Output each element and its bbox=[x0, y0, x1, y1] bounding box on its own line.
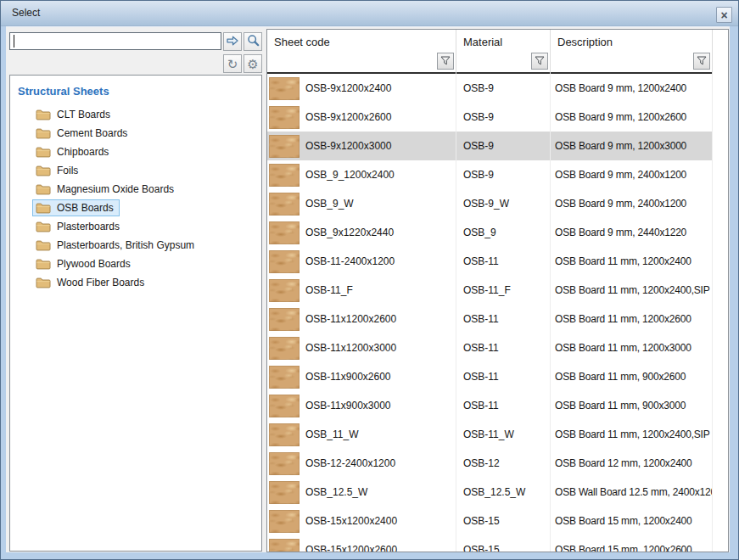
cell-material[interactable]: OSB_12.5_W bbox=[456, 478, 551, 507]
cell-sheet-code[interactable]: OSB-11_F bbox=[267, 276, 456, 305]
cell-material[interactable]: OSB-11 bbox=[456, 247, 551, 276]
cell-sheet-code[interactable]: OSB_9_1200x2400 bbox=[267, 160, 456, 189]
tree-item-inner[interactable]: Chipboards bbox=[32, 143, 115, 160]
table-row[interactable]: OSB_11_WOSB-11_WOSB Board 11 mm, 1200x24… bbox=[267, 420, 713, 449]
column-header-sheet-code[interactable]: Sheet code bbox=[267, 30, 456, 74]
tree-item-foils[interactable]: Foils bbox=[10, 161, 261, 180]
cell-sheet-code[interactable]: OSB_9x1220x2440 bbox=[267, 218, 456, 247]
cell-description[interactable]: OSB Board 9 mm, 2440x1220 bbox=[551, 218, 713, 247]
cell-material[interactable]: OSB-9 bbox=[456, 103, 551, 132]
cell-material[interactable]: OSB-9 bbox=[456, 132, 551, 160]
cell-sheet-code[interactable]: OSB-11x1200x3000 bbox=[267, 333, 456, 362]
filter-box-description[interactable] bbox=[551, 53, 712, 74]
cell-sheet-code[interactable]: OSB-12-2400x1200 bbox=[267, 449, 456, 478]
cell-material[interactable]: OSB-15 bbox=[456, 507, 551, 535]
cell-description[interactable]: OSB Board 11 mm, 900x3000 bbox=[551, 391, 713, 420]
table-row[interactable]: OSB-11x900x3000OSB-11OSB Board 11 mm, 90… bbox=[267, 391, 713, 420]
cell-material[interactable]: OSB-11 bbox=[456, 333, 551, 362]
cell-material[interactable]: OSB-11 bbox=[456, 391, 551, 420]
cell-description[interactable]: OSB Board 9 mm, 1200x3000 bbox=[551, 132, 713, 160]
cell-description[interactable]: OSB Wall Board 12.5 mm, 2400x1200 bbox=[551, 478, 713, 507]
close-button[interactable]: × bbox=[716, 7, 732, 23]
cell-sheet-code[interactable]: OSB-11x1200x2600 bbox=[267, 305, 456, 333]
filter-box-material[interactable] bbox=[456, 53, 550, 74]
cell-sheet-code[interactable]: OSB-15x1200x2600 bbox=[267, 535, 456, 552]
cell-description[interactable]: OSB Board 12 mm, 1200x2400 bbox=[551, 449, 713, 478]
cell-description[interactable]: OSB Board 9 mm, 2400x1200 bbox=[551, 189, 713, 218]
cell-sheet-code[interactable]: OSB-11-2400x1200 bbox=[267, 247, 456, 276]
table-row[interactable]: OSB_12.5_WOSB_12.5_WOSB Wall Board 12.5 … bbox=[267, 478, 713, 507]
cell-material[interactable]: OSB-9_W bbox=[456, 189, 551, 218]
cell-description[interactable]: OSB Board 11 mm, 1200x2400 bbox=[551, 247, 713, 276]
cell-material[interactable]: OSB-9 bbox=[456, 74, 551, 103]
table-row[interactable]: OSB-11_FOSB-11_FOSB Board 11 mm, 1200x24… bbox=[267, 276, 713, 305]
column-header-material[interactable]: Material bbox=[456, 30, 551, 74]
tree-item-inner[interactable]: Magnesium Oxide Boards bbox=[32, 181, 180, 198]
tree-item-inner[interactable]: Plywood Boards bbox=[32, 255, 137, 272]
cell-sheet-code[interactable]: OSB_12.5_W bbox=[267, 478, 456, 507]
tree-item-inner[interactable]: Wood Fiber Boards bbox=[32, 274, 150, 291]
go-button[interactable] bbox=[223, 32, 242, 51]
table-row[interactable]: OSB-12-2400x1200OSB-12OSB Board 12 mm, 1… bbox=[267, 449, 713, 478]
table-row[interactable]: OSB-11x900x2600OSB-11OSB Board 11 mm, 90… bbox=[267, 362, 713, 391]
cell-material[interactable]: OSB-11 bbox=[456, 305, 551, 333]
cell-sheet-code[interactable]: OSB_11_W bbox=[267, 420, 456, 449]
settings-button[interactable]: ⚙ bbox=[244, 54, 262, 73]
cell-sheet-code[interactable]: OSB-11x900x2600 bbox=[267, 362, 456, 391]
cell-description[interactable]: OSB Board 11 mm, 1200x3000 bbox=[551, 333, 713, 362]
tree-item-inner[interactable]: Plasterboards bbox=[32, 218, 126, 235]
cell-sheet-code[interactable]: OSB-9x1200x3000 bbox=[267, 132, 456, 160]
cell-description[interactable]: OSB Board 11 mm, 1200x2600 bbox=[551, 305, 713, 333]
tree-item-inner[interactable]: Foils bbox=[32, 162, 84, 179]
cell-description[interactable]: OSB Board 11 mm, 900x2600 bbox=[551, 362, 713, 391]
tree-item-chipboards[interactable]: Chipboards bbox=[10, 143, 261, 161]
table-row[interactable]: OSB-9x1200x2600OSB-9OSB Board 9 mm, 1200… bbox=[267, 103, 713, 132]
table-row[interactable]: OSB_9_1200x2400OSB-9OSB Board 9 mm, 2400… bbox=[267, 160, 713, 189]
cell-sheet-code[interactable]: OSB-9x1200x2400 bbox=[267, 74, 456, 103]
cell-material[interactable]: OSB_9 bbox=[456, 218, 551, 247]
cell-material[interactable]: OSB-11_F bbox=[456, 276, 551, 305]
tree-item-inner[interactable]: Cement Boards bbox=[32, 125, 133, 142]
cell-material[interactable]: OSB-11 bbox=[456, 362, 551, 391]
refresh-button[interactable]: ↻ bbox=[223, 54, 242, 73]
table-row[interactable]: OSB-15x1200x2600OSB-15OSB Board 15 mm, 1… bbox=[267, 535, 713, 552]
tree-item-magnesium-oxide-boards[interactable]: Magnesium Oxide Boards bbox=[10, 180, 261, 199]
cell-sheet-code[interactable]: OSB-15x1200x2400 bbox=[267, 507, 456, 535]
search-input[interactable] bbox=[9, 32, 221, 50]
table-row[interactable]: OSB_9_WOSB-9_WOSB Board 9 mm, 2400x1200 bbox=[267, 189, 713, 218]
tree-item-cement-boards[interactable]: Cement Boards bbox=[10, 124, 261, 143]
table-row[interactable]: OSB-9x1200x3000OSB-9OSB Board 9 mm, 1200… bbox=[267, 132, 713, 160]
cell-description[interactable]: OSB Board 11 mm, 1200x2400,SIP bbox=[551, 420, 713, 449]
titlebar[interactable]: Select × bbox=[1, 1, 738, 26]
filter-box-sheet-code[interactable] bbox=[267, 53, 456, 74]
table-row[interactable]: OSB-11x1200x2600OSB-11OSB Board 11 mm, 1… bbox=[267, 305, 713, 333]
cell-description[interactable]: OSB Board 9 mm, 1200x2600 bbox=[551, 103, 713, 132]
filter-button-sheet-code[interactable] bbox=[437, 53, 454, 70]
column-header-description[interactable]: Description bbox=[551, 30, 713, 74]
cell-sheet-code[interactable]: OSB-9x1200x2600 bbox=[267, 103, 456, 132]
table-row[interactable]: OSB-15x1200x2400OSB-15OSB Board 15 mm, 1… bbox=[267, 507, 713, 535]
search-button[interactable] bbox=[244, 32, 262, 51]
table-row[interactable]: OSB-11-2400x1200OSB-11OSB Board 11 mm, 1… bbox=[267, 247, 713, 276]
cell-description[interactable]: OSB Board 9 mm, 2400x1200 bbox=[551, 160, 713, 189]
cell-description[interactable]: OSB Board 9 mm, 1200x2400 bbox=[551, 74, 713, 103]
filter-button-material[interactable] bbox=[531, 53, 548, 70]
cell-description[interactable]: OSB Board 11 mm, 1200x2400,SIP bbox=[551, 276, 713, 305]
tree-item-wood-fiber-boards[interactable]: Wood Fiber Boards bbox=[10, 273, 261, 292]
tree-item-plasterboards[interactable]: Plasterboards bbox=[10, 217, 261, 236]
tree-item-inner[interactable]: CLT Boards bbox=[32, 106, 116, 123]
tree-item-plywood-boards[interactable]: Plywood Boards bbox=[10, 255, 261, 273]
tree-item-clt-boards[interactable]: CLT Boards bbox=[10, 105, 261, 124]
tree-item-inner[interactable]: OSB Boards bbox=[32, 199, 120, 216]
table-row[interactable]: OSB-9x1200x2400OSB-9OSB Board 9 mm, 1200… bbox=[267, 74, 713, 103]
table-row[interactable]: OSB_9x1220x2440OSB_9OSB Board 9 mm, 2440… bbox=[267, 218, 713, 247]
cell-sheet-code[interactable]: OSB-11x900x3000 bbox=[267, 391, 456, 420]
cell-description[interactable]: OSB Board 15 mm, 1200x2600 bbox=[551, 535, 713, 552]
cell-description[interactable]: OSB Board 15 mm, 1200x2400 bbox=[551, 507, 713, 535]
tree-item-inner[interactable]: Plasterboards, British Gypsum bbox=[32, 237, 200, 254]
cell-material[interactable]: OSB-11_W bbox=[456, 420, 551, 449]
cell-sheet-code[interactable]: OSB_9_W bbox=[267, 189, 456, 218]
table-row[interactable]: OSB-11x1200x3000OSB-11OSB Board 11 mm, 1… bbox=[267, 333, 713, 362]
tree-item-plasterboards-british-gypsum[interactable]: Plasterboards, British Gypsum bbox=[10, 236, 261, 255]
cell-material[interactable]: OSB-15 bbox=[456, 535, 551, 552]
